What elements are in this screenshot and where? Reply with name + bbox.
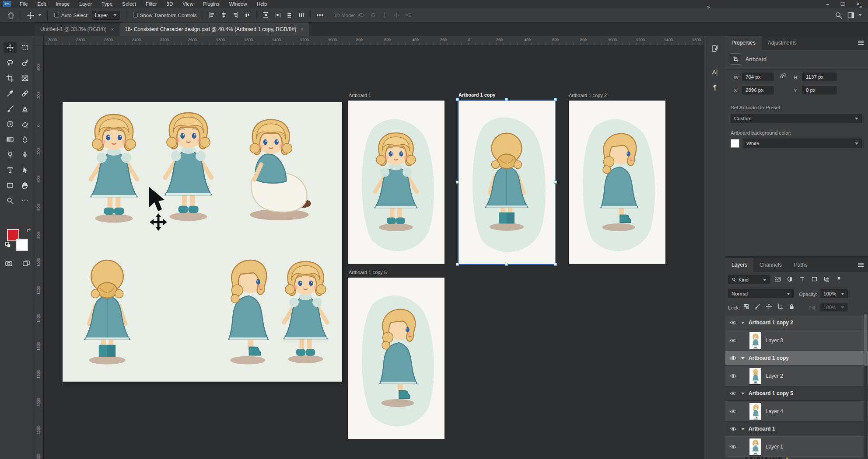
lock-artboard-nesting-button[interactable] bbox=[777, 303, 784, 310]
document-tab-untitled[interactable]: Untitled-1 @ 33.3% (RGB/8) × bbox=[35, 23, 119, 36]
layer-row[interactable]: Layer 1 bbox=[725, 436, 868, 457]
layer-thumbnail[interactable] bbox=[749, 403, 761, 420]
marquee-tool[interactable] bbox=[18, 42, 32, 53]
menu-view[interactable]: View bbox=[178, 0, 198, 8]
artboard-label[interactable]: Artboard 1 copy 2 bbox=[569, 93, 607, 98]
chevron-down-icon[interactable] bbox=[741, 393, 745, 395]
menu-image[interactable]: Image bbox=[51, 0, 74, 8]
layer-row-artboard[interactable]: Artboard 1 bbox=[725, 422, 868, 436]
lasso-tool[interactable] bbox=[4, 57, 17, 69]
layer-row[interactable]: Layer 3 bbox=[725, 330, 868, 351]
tab-close-icon[interactable]: × bbox=[301, 27, 303, 32]
history-brush-tool[interactable] bbox=[4, 118, 17, 130]
artboard-label[interactable]: Artboard 1 copy 5 bbox=[349, 270, 387, 275]
distribute-centers-v-button[interactable] bbox=[284, 10, 295, 21]
distribute-centers-h-button[interactable] bbox=[295, 10, 307, 21]
layer-filter-kind-dropdown[interactable]: Kind bbox=[728, 275, 770, 284]
expand-panels-icon[interactable]: » bbox=[859, 3, 862, 10]
layer-thumbnail[interactable] bbox=[749, 438, 761, 456]
lock-position-button[interactable] bbox=[766, 303, 772, 310]
healing-brush-tool[interactable] bbox=[18, 88, 32, 99]
artboard-label[interactable]: Artboard 1 bbox=[349, 93, 371, 98]
vertical-ruler[interactable]: 4002000200400600800100012001400160018002… bbox=[35, 45, 44, 459]
type-tool[interactable] bbox=[4, 164, 17, 176]
quick-mask-button[interactable] bbox=[5, 260, 13, 269]
transform-handle[interactable] bbox=[505, 98, 508, 101]
visibility-toggle[interactable] bbox=[725, 445, 741, 449]
lock-image-pixels-button[interactable] bbox=[754, 303, 761, 310]
artboard-1[interactable] bbox=[348, 101, 444, 264]
align-left-edges-button[interactable] bbox=[206, 10, 218, 21]
eyedropper-tool[interactable] bbox=[4, 88, 17, 99]
pen-tool[interactable] bbox=[18, 149, 32, 160]
show-transform-controls-checkbox[interactable] bbox=[133, 13, 138, 17]
filter-toggle-pin[interactable] bbox=[836, 276, 842, 282]
chevron-down-icon[interactable] bbox=[741, 428, 745, 430]
layer-row[interactable]: Layer 4 bbox=[725, 401, 868, 422]
restore-button[interactable]: ❐ bbox=[840, 1, 845, 7]
lock-all-button[interactable] bbox=[788, 303, 795, 310]
brushes-panel-button[interactable] bbox=[707, 42, 722, 55]
menu-select[interactable]: Select bbox=[117, 0, 141, 8]
workspace-switcher-button[interactable] bbox=[847, 11, 862, 19]
move-tool[interactable] bbox=[4, 42, 17, 53]
visibility-toggle[interactable] bbox=[725, 391, 741, 396]
visibility-toggle[interactable] bbox=[725, 338, 741, 343]
layer-thumbnail[interactable] bbox=[749, 367, 761, 385]
ruler-origin-box[interactable] bbox=[35, 36, 44, 45]
x-field[interactable]: 2896 px bbox=[742, 86, 774, 94]
layer-row-artboard[interactable]: Artboard 1 copy 2 bbox=[725, 316, 868, 330]
layer-row-artboard-selected[interactable]: Artboard 1 copy bbox=[725, 351, 868, 365]
artboard-1-copy-2[interactable] bbox=[569, 101, 665, 264]
tab-close-icon[interactable]: × bbox=[111, 27, 114, 32]
artboard-preset-dropdown[interactable]: Custom bbox=[731, 114, 862, 123]
filter-type-layers-button[interactable] bbox=[799, 276, 805, 282]
distribute-horizontal-button[interactable] bbox=[272, 10, 284, 21]
frame-tool[interactable] bbox=[18, 73, 32, 84]
menu-window[interactable]: Window bbox=[224, 0, 252, 8]
menu-layer[interactable]: Layer bbox=[74, 0, 97, 8]
character-reference-image[interactable] bbox=[63, 102, 342, 382]
rectangle-tool[interactable] bbox=[4, 180, 17, 191]
artboard-bg-color-dropdown[interactable]: White bbox=[743, 139, 862, 148]
document-tab-character-design[interactable]: 16- Consistent Character design.psd @ 40… bbox=[119, 23, 309, 36]
transform-handle[interactable] bbox=[554, 263, 557, 266]
auto-select-target-dropdown[interactable]: Layer bbox=[92, 11, 120, 20]
layer-row[interactable]: Layer 2 bbox=[725, 365, 868, 386]
layer-thumbnail[interactable] bbox=[749, 332, 761, 349]
visibility-toggle[interactable] bbox=[725, 320, 741, 325]
more-tools-button[interactable] bbox=[18, 195, 32, 206]
link-dimensions-button[interactable] bbox=[780, 73, 786, 79]
transform-handle[interactable] bbox=[456, 181, 459, 184]
tab-adjustments[interactable]: Adjustments bbox=[762, 36, 803, 50]
tab-channels[interactable]: Channels bbox=[753, 258, 788, 272]
visibility-toggle[interactable] bbox=[725, 356, 741, 360]
horizontal-ruler[interactable]: 3000280026002400220020001800160014001200… bbox=[44, 36, 704, 45]
filter-adjustment-layers-button[interactable] bbox=[787, 276, 793, 282]
filter-smart-objects-button[interactable] bbox=[823, 276, 830, 282]
menu-3d[interactable]: 3D bbox=[162, 0, 178, 8]
filter-shape-layers-button[interactable] bbox=[811, 276, 818, 282]
filter-pixel-layers-button[interactable] bbox=[774, 276, 781, 282]
scrollbar-thumb[interactable] bbox=[864, 314, 867, 366]
home-button[interactable] bbox=[4, 10, 18, 21]
minimize-button[interactable]: – bbox=[826, 1, 829, 7]
transform-handle[interactable] bbox=[456, 263, 459, 266]
quick-selection-tool[interactable] bbox=[18, 57, 32, 69]
blur-tool[interactable] bbox=[18, 134, 32, 145]
transform-handle[interactable] bbox=[554, 181, 557, 184]
y-field[interactable]: 0 px bbox=[802, 86, 836, 94]
visibility-toggle[interactable] bbox=[725, 374, 741, 378]
menu-type[interactable]: Type bbox=[97, 0, 117, 8]
gradient-tool[interactable] bbox=[4, 134, 17, 145]
zoom-tool[interactable] bbox=[4, 195, 17, 206]
width-field[interactable]: 704 px bbox=[742, 73, 774, 81]
menu-help[interactable]: Help bbox=[252, 0, 272, 8]
auto-select-checkbox[interactable] bbox=[54, 13, 59, 17]
artboard-label-selected[interactable]: Artboard 1 copy bbox=[458, 92, 495, 97]
crop-tool[interactable] bbox=[4, 73, 17, 84]
screen-mode-button[interactable] bbox=[22, 260, 30, 269]
eraser-tool[interactable] bbox=[18, 118, 32, 130]
background-color-swatch[interactable] bbox=[16, 239, 28, 251]
lock-transparent-pixels-button[interactable] bbox=[743, 303, 749, 310]
